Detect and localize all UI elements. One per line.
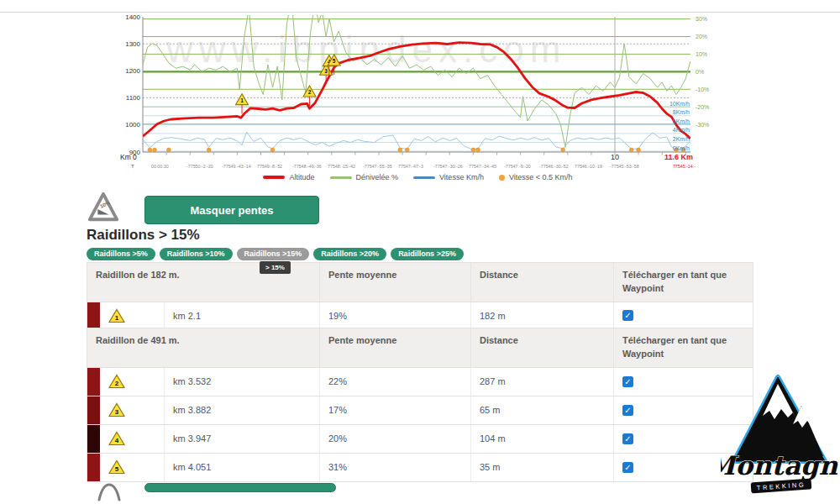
svg-text:-77546:-30:-52: -77546:-30:-52 [539, 164, 569, 169]
col-distance: Distance [471, 328, 614, 367]
hide-slopes-button[interactable]: Masquer pentes [144, 196, 319, 224]
svg-text:77545:-14:-: 77545:-14:- [673, 164, 696, 169]
km-cell: km 2.1 [165, 302, 320, 329]
svg-text:2Km/h: 2Km/h [673, 136, 690, 142]
warning-number: 5 [115, 465, 119, 473]
svg-text:T: T [131, 164, 134, 169]
legend-label: Dénivelée % [356, 173, 399, 181]
row-color-strip [87, 368, 100, 396]
waypoint-checkbox[interactable] [622, 310, 633, 321]
distance-cell: 65 m [471, 396, 614, 424]
legend-label: Vitesse < 0.5 Km/h [509, 173, 573, 181]
section-heading: Raidillons > 15% [87, 227, 200, 244]
montagne-trekking-logo: Montagne TREKKING [721, 372, 840, 500]
svg-text:-77545:-53:-58: -77545:-53:-58 [610, 164, 639, 169]
svg-text:-77547:-30:-26: -77547:-30:-26 [433, 164, 463, 169]
svg-text:-77547:-9:-20: -77547:-9:-20 [504, 164, 531, 169]
svg-text:77547:-34:-45: 77547:-34:-45 [469, 164, 496, 169]
pill-raidillons-15[interactable]: Raidillons >15% [237, 248, 310, 260]
distance-cell: 287 m [471, 368, 614, 396]
warning-number: 2 [115, 380, 119, 387]
row-color-strip [87, 425, 100, 453]
pill-raidillons-25[interactable]: Raidillons >25% [391, 248, 464, 260]
warning-cell: 5 [100, 454, 165, 481]
pill-raidillons-20[interactable]: Raidillons >20% [313, 248, 386, 260]
svg-text:-77549:-43:-14: -77549:-43:-14 [222, 164, 251, 169]
svg-text:11.6 Km: 11.6 Km [664, 153, 693, 161]
warning-cell: 2 [100, 368, 165, 396]
raidillon-table-2: Raidillon de 491 m. Pente moyenne Distan… [87, 328, 753, 482]
svg-text:1200: 1200 [125, 67, 140, 75]
chart-canvas[interactable]: www.ibpindex.com123451400130012001100100… [118, 13, 718, 178]
svg-text:77549:-8:-52: 77549:-8:-52 [257, 164, 282, 169]
legend-item-vitesse: Vitesse Km/h [413, 173, 484, 181]
table-header: Raidillon de 491 m. Pente moyenne Distan… [87, 328, 753, 367]
warning-triangle-icon: 5 [108, 459, 125, 475]
svg-text:-77550:-2:-20: -77550:-2:-20 [186, 164, 213, 169]
raidillon-table-1: Raidillon de 182 m. Pente moyenne Distan… [87, 262, 753, 330]
waypoint-checkbox[interactable] [622, 376, 633, 387]
distance-cell: 104 m [471, 425, 614, 453]
gradient-line-swatch [330, 176, 352, 179]
elevation-profile-chart[interactable]: www.ibpindex.com123451400130012001100100… [118, 13, 718, 175]
svg-text:1400: 1400 [125, 13, 140, 21]
svg-text:1: 1 [240, 97, 244, 103]
svg-text:30%: 30% [696, 16, 707, 22]
svg-text:20%: 20% [696, 34, 707, 39]
legend-item-altitude: Altitude [263, 173, 314, 181]
page: www.ibpindex.com123451400130012001100100… [0, 0, 840, 504]
svg-text:0%: 0% [696, 69, 704, 75]
km-cell: km 3.882 [165, 396, 320, 424]
waypoint-checkbox[interactable] [622, 405, 633, 416]
svg-text:10%: 10% [696, 51, 707, 57]
km-cell: km 3.532 [165, 368, 320, 396]
row-color-strip [87, 396, 100, 424]
stop-dot-swatch [499, 175, 505, 181]
slope-tooltip: > 15% [260, 261, 291, 274]
pente-cell: 19% [320, 302, 471, 329]
km-cell: km 4.051 [165, 454, 320, 481]
table-row: 4 km 3.947 20% 104 m [87, 424, 753, 453]
svg-text:8Km/h: 8Km/h [673, 109, 690, 115]
svg-text:10Km/h: 10Km/h [669, 101, 690, 107]
pente-cell: 22% [320, 368, 471, 396]
next-section-button[interactable] [144, 483, 336, 492]
svg-text:2: 2 [308, 89, 312, 95]
warning-triangle-icon: 1 [108, 308, 125, 323]
warning-cell: 4 [100, 425, 165, 453]
col-waypoint: Télécharger en tant que Waypoint [614, 328, 753, 367]
pill-raidillons-5[interactable]: Raidillons >5% [87, 248, 155, 260]
distance-cell: 35 m [471, 454, 614, 481]
legend-label: Vitesse Km/h [439, 173, 484, 181]
svg-text:-30%: -30% [696, 122, 709, 128]
raidillons-filter-pills: Raidillons >5% Raidillons >10% Raidillon… [87, 248, 464, 260]
km-cell: km 3.947 [165, 425, 320, 453]
svg-text:-77547:-55:-35: -77547:-55:-35 [363, 164, 392, 169]
svg-text:1000: 1000 [125, 121, 140, 129]
altitude-line-swatch [263, 176, 285, 179]
svg-text:10: 10 [611, 153, 619, 161]
top-divider [0, 12, 840, 13]
svg-text:-10%: -10% [696, 87, 709, 92]
table-row: 1 km 2.1 19% 182 m [87, 302, 753, 329]
svg-text:4Km/h: 4Km/h [673, 127, 690, 133]
pente-cell: 20% [320, 425, 471, 453]
warning-cell: 1 [100, 302, 165, 329]
col-pente: Pente moyenne [320, 328, 471, 367]
svg-text:00:00:30: 00:00:30 [151, 164, 169, 169]
svg-text:-77548:-49:-36: -77548:-49:-36 [292, 164, 322, 169]
logo-name-text: Montagne [721, 450, 840, 480]
warning-triangle-icon: 3 [108, 402, 125, 417]
table-row: 2 km 3.532 22% 287 m [87, 367, 753, 396]
col-waypoint: Télécharger en tant que Waypoint [614, 263, 753, 302]
waypoint-checkbox[interactable] [622, 433, 633, 444]
row-color-strip [87, 302, 100, 329]
chart-legend: Altitude Dénivelée % Vitesse Km/h Vitess… [118, 173, 718, 181]
pente-cell: 17% [320, 396, 471, 424]
col-distance: Distance [471, 263, 614, 302]
speed-line-swatch [413, 176, 435, 179]
pill-raidillons-10[interactable]: Raidillons >10% [160, 248, 233, 260]
waypoint-checkbox[interactable] [622, 462, 633, 473]
svg-text:1100: 1100 [126, 94, 141, 102]
table-header: Raidillon de 182 m. Pente moyenne Distan… [87, 263, 753, 302]
